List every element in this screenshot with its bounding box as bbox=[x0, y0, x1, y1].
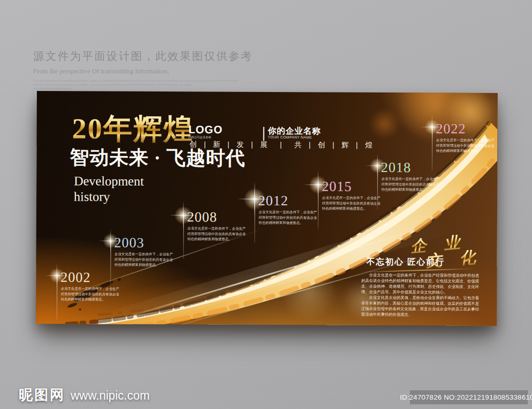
timeline-year: 2012 bbox=[258, 194, 288, 208]
timeline-year: 2018 bbox=[381, 161, 411, 175]
logo-divider bbox=[263, 126, 264, 140]
culture-paragraphs: 企业文化是在一定的条件下，企业生产经营和管理活动中所创造的具有该企业特色的精神财… bbox=[361, 272, 482, 318]
timeline-desc-line: 特色的精神财富和物质形态。 bbox=[61, 297, 123, 302]
fine-print-line: From the perspective of transmitting inf… bbox=[33, 78, 371, 83]
timeline-desc: 企业文化是在一定的条件下，企业生产 经营和管理活动中所创造的具有该企业 特色的精… bbox=[322, 195, 384, 211]
timeline-desc-line: 企业文化是在一定的条件下，企业生产 bbox=[115, 252, 177, 257]
watermark-site-url: www.nipic.com bbox=[71, 389, 150, 403]
timeline-desc-line: 企业文化是在一定的条件下，企业生产 bbox=[61, 286, 123, 292]
timeline-desc-line: 特色的精神财富和物质形态。 bbox=[188, 236, 249, 242]
timeline-desc-line: 经营和管理活动中所创造的具有该企业 bbox=[259, 215, 321, 220]
timeline-desc: 企业文化是在一定的条件下，企业生产 经营和管理活动中所创造的具有该企业 特色的精… bbox=[188, 226, 249, 242]
image-id-bar: ID:24707826 NO:20221219180853386109 bbox=[410, 390, 528, 404]
timeline-desc-line: 特色的精神财富和物质形态。 bbox=[115, 262, 177, 268]
logo-name-block: 你的企业名称 YOUR COMPANY NAME bbox=[268, 126, 351, 141]
timeline-desc: 企业文化是在一定的条件下，企业生产 经营和管理活动中所创造的具有该企业 特色的精… bbox=[61, 286, 123, 302]
timeline-desc-line: 特色的精神财富和物质形态。 bbox=[322, 206, 384, 212]
timeline-desc-line: 特色的精神财富和物质形态。 bbox=[436, 148, 498, 154]
subtitle-english: Development history bbox=[74, 173, 144, 204]
timeline-desc-line: 企业文化是在一定的条件下，企业生产 bbox=[188, 226, 249, 231]
company-name-en: YOUR COMPANY NAME bbox=[268, 135, 326, 139]
timeline-desc-line: 经营和管理活动中所创造的具有该企业 bbox=[188, 231, 249, 237]
timeline-year: 2003 bbox=[114, 236, 144, 250]
fine-print-line: From the perspective of transmitting inf… bbox=[33, 83, 371, 87]
timeline-desc: 企业文化是在一定的条件下，企业生产 经营和管理活动中所创造的具有该企业 特色的精… bbox=[381, 176, 443, 192]
timeline-desc-line: 企业文化是在一定的条件下，企业生产 bbox=[381, 176, 443, 182]
timeline-year: 2008 bbox=[187, 210, 217, 224]
timeline-desc: 企业文化是在一定的条件下，企业生产 经营和管理活动中所创造的具有该企业 特色的精… bbox=[436, 137, 498, 153]
timeline-year: 2002 bbox=[60, 270, 90, 284]
timeline-desc-line: 经营和管理活动中所创造的具有该企业 bbox=[381, 181, 443, 187]
timeline-desc: 企业文化是在一定的条件下，企业生产 经营和管理活动中所创造的具有该企业 特色的精… bbox=[115, 252, 177, 268]
culture-motto: 不忘初心 匠心前行 bbox=[367, 257, 445, 268]
timeline-desc-line: 企业文化是在一定的条件下，企业生产 bbox=[259, 209, 321, 215]
timeline-desc: 企业文化是在一定的条件下，企业生产 经营和管理活动中所创造的具有该企业 特色的精… bbox=[259, 209, 321, 226]
timeline-desc-line: 企业文化是在一定的条件下，企业生产 bbox=[436, 137, 498, 143]
logo-mark-subtext: 你的公司企业名称 bbox=[189, 135, 229, 139]
design-notice-en: From the perspective Of transmitting Inf… bbox=[33, 67, 532, 75]
timeline-year: 2015 bbox=[322, 179, 352, 193]
anniversary-poster: 20年辉煌 LOGO 你的公司企业名称 你的企业名称 YOUR COMPANY … bbox=[36, 91, 498, 326]
design-notice-cn: 源文件为平面设计图，此效果图仅供参考 bbox=[33, 49, 532, 63]
timeline-desc-line: 特色的精神财富和物质形态。 bbox=[259, 220, 321, 226]
poster-title: 20年辉煌 bbox=[72, 114, 194, 143]
timeline-desc-line: 经营和管理活动中所创造的具有该企业 bbox=[115, 257, 177, 262]
timeline-desc-line: 经营和管理活动中所创造的具有该企业 bbox=[322, 201, 384, 206]
poster-subtitle: 智动未来 · 飞越时代 bbox=[70, 147, 245, 169]
subtitle-english-line1: Development bbox=[74, 173, 144, 189]
culture-paragraph-1: 企业文化是在一定的条件下，企业生产经营和管理活动中所创造的具有该企业特色的精神财… bbox=[361, 272, 482, 295]
timeline-desc-line: 特色的精神财富和物质形态。 bbox=[381, 187, 443, 192]
timeline-desc-line: 经营和管理活动中所创造的具有该企业 bbox=[436, 143, 498, 149]
design-notice-fine-print: From the perspective of transmitting inf… bbox=[33, 78, 371, 90]
subtitle-english-line2: history bbox=[74, 189, 144, 204]
timeline-year: 2022 bbox=[436, 122, 466, 136]
timeline-desc-line: 企业文化是在一定的条件下，企业生产 bbox=[322, 195, 384, 201]
culture-paragraph-2: 企业文化是企业的灵魂，是推动企业发展的不竭动力。它包含着非常丰富的内容，其核心是… bbox=[361, 295, 482, 318]
watermark-site-logo: 昵图网 bbox=[19, 386, 65, 404]
timeline-desc-line: 经营和管理活动中所创造的具有该企业 bbox=[61, 292, 123, 297]
image-id-text: ID:24707826 NO:20221219180853386109 bbox=[400, 393, 532, 401]
fine-print-line: is an ancient social phenomenon. bbox=[33, 87, 371, 91]
company-name-cn: 你的企业名称 bbox=[268, 126, 351, 136]
watermark: 昵图网 www.nipic.com bbox=[19, 386, 150, 404]
logo-mark: LOGO bbox=[189, 124, 261, 135]
